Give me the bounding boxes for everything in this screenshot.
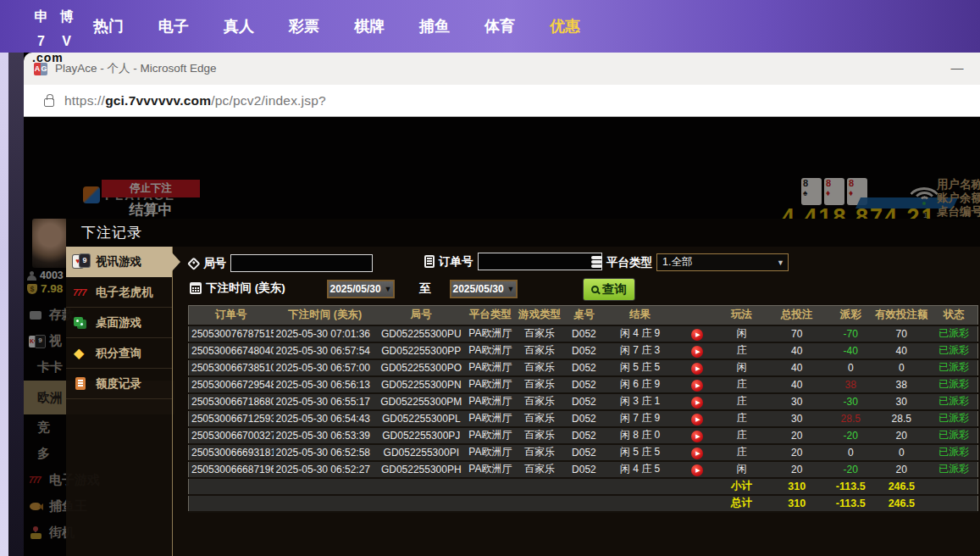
date-to-picker[interactable]: 2025/05/30 ▼ — [450, 280, 518, 298]
table-no-cell: D052 — [564, 461, 604, 478]
nav-item[interactable]: 彩票 — [289, 16, 319, 36]
play-icon[interactable]: ▶ — [691, 448, 703, 459]
bet-time-label: 下注时间 (美东) — [206, 281, 285, 296]
site-logo[interactable]: 申博7V .com — [30, 6, 79, 53]
valid-bet-cell: 38 — [872, 376, 930, 393]
table-no-cell: D052 — [564, 444, 604, 461]
table-row: 250530066729548 2025-05-30 06:56:13 GD05… — [189, 376, 978, 393]
play-icon[interactable]: ▶ — [691, 329, 703, 341]
time-cell: 2025-05-30 07:01:36 — [274, 325, 377, 342]
payout-cell: -40 — [828, 342, 872, 359]
table-header-cell: 总投注 — [765, 306, 828, 325]
result-cell: 闲 4 庄 5 — [604, 461, 676, 478]
bet-records-modal: 下注记录 视讯游戏 电子老虎机 桌面游戏 — [66, 219, 980, 556]
valid-bet-cell: 40 — [872, 342, 930, 359]
logo-tiles: 申博7V — [30, 6, 79, 53]
valid-bet-cell: 20 — [872, 427, 930, 444]
nav-item[interactable]: 体育 — [484, 16, 515, 36]
play-icon[interactable]: ▶ — [691, 380, 703, 392]
logo-suffix: .com — [32, 51, 64, 64]
table-header-cell: 桌号 — [564, 306, 604, 325]
status-cell: 已派彩 — [930, 427, 977, 444]
result-cell: 闲 5 庄 5 — [604, 444, 676, 461]
date-from-picker[interactable]: 2025/05/30 ▼ — [327, 280, 395, 298]
play-type-cell: 庄 — [718, 410, 765, 427]
order-cell: 250530066718680 — [189, 393, 274, 410]
play-icon[interactable]: ▶ — [691, 414, 703, 425]
table-row: 250530066748040 2025-05-30 06:57:54 GD05… — [189, 342, 978, 359]
nav-item[interactable]: 捕鱼 — [419, 16, 450, 36]
platform-label: 平台类型 — [606, 255, 652, 270]
game-cell: 百家乐 — [515, 342, 564, 359]
valid-bet-cell: 30 — [872, 393, 930, 410]
valid-bet-cell: 20 — [872, 461, 930, 478]
order-cell: 250530076787515 — [189, 325, 274, 342]
play-icon[interactable]: ▶ — [691, 397, 703, 409]
play-icon[interactable]: ▶ — [691, 464, 703, 476]
nav-item[interactable]: 电子 — [158, 16, 189, 36]
filters: 局号 订单号 平台类型 1.全部 — [188, 247, 978, 304]
nav-item[interactable]: 棋牌 — [354, 16, 385, 36]
payout-cell: 38 — [828, 376, 872, 393]
modal-menu-item[interactable]: 桌面游戏 — [66, 308, 172, 338]
table-no-cell: D052 — [564, 427, 604, 444]
payout-cell: -20 — [828, 461, 872, 478]
modal-menu-item[interactable]: 积分查询 — [66, 338, 172, 369]
nav-item[interactable]: 真人 — [224, 16, 254, 36]
round-cell: GD052255300PP — [377, 342, 466, 359]
total-bet: 310 — [765, 495, 828, 512]
play-type-cell: 闲 — [718, 461, 765, 478]
replay-cell: ▶ — [676, 376, 718, 393]
platform-cell: PA欧洲厅 — [466, 393, 515, 410]
valid-bet-cell: 0 — [872, 359, 930, 376]
valid-bet-cell: 0 — [872, 444, 930, 461]
total-bet-cell: 30 — [765, 393, 828, 410]
modal-content: 局号 订单号 平台类型 1.全部 — [188, 247, 978, 556]
game-cell: 百家乐 — [515, 461, 564, 478]
table-no-cell: D052 — [564, 342, 604, 359]
time-cell: 2025-05-30 06:55:17 — [274, 393, 377, 410]
play-type-cell: 闲 — [718, 325, 765, 342]
play-icon[interactable]: ▶ — [691, 363, 703, 375]
modal-menu-item[interactable]: 额度记录 — [66, 369, 172, 399]
result-cell: 闲 7 庄 9 — [604, 410, 676, 427]
logo-tile: V — [55, 31, 78, 53]
game-cell: 百家乐 — [515, 427, 564, 444]
platform-icon — [591, 256, 602, 269]
nav-item[interactable]: 优惠 — [550, 16, 580, 36]
browser-urlbar[interactable]: https://gci.7vvvvvv.com/pc/pcv2/index.js… — [24, 85, 980, 117]
time-cell: 2025-05-30 06:57:54 — [274, 342, 377, 359]
order-cell: 250530066687196 — [189, 461, 274, 478]
logo-tile: 博 — [55, 6, 78, 28]
search-button[interactable]: 查询 — [583, 278, 635, 301]
minimize-button[interactable]: — — [948, 59, 966, 78]
replay-cell: ▶ — [676, 359, 718, 376]
order-cell: 250530066700327 — [189, 427, 274, 444]
play-icon[interactable]: ▶ — [691, 346, 703, 358]
time-cell: 2025-05-30 06:53:39 — [274, 427, 377, 444]
tag-icon — [187, 257, 201, 270]
status-cell: 已派彩 — [930, 342, 977, 359]
site-nav: 申博7V .com 热门电子真人彩票棋牌捕鱼体育优惠 — [0, 0, 980, 53]
round-input[interactable] — [230, 254, 373, 272]
chevron-down-icon: ▼ — [777, 255, 784, 271]
url-text[interactable]: https://gci.7vvvvvv.com/pc/pcv2/index.js… — [64, 93, 326, 108]
modal-menu-item[interactable]: 视讯游戏 — [66, 247, 172, 277]
order-input[interactable] — [478, 253, 602, 270]
play-icon[interactable]: ▶ — [691, 431, 703, 442]
browser-titlebar[interactable]: AG PlayAce - 个人 - Microsoft Edge — — [24, 53, 980, 85]
nav-item[interactable]: 热门 — [93, 16, 124, 36]
round-cell: GD052255300PO — [377, 359, 466, 376]
page-content: PLAYACE 停止下注 结算中 8♠8♦8♦ 4,418,874.21 13 … — [24, 117, 980, 556]
to-label: 至 — [419, 281, 431, 297]
order-label: 订单号 — [439, 254, 473, 270]
total-bet-cell: 20 — [765, 427, 828, 444]
platform-select[interactable]: 1.全部 ▼ — [656, 253, 789, 271]
desktop-background-strip — [0, 53, 24, 556]
replay-cell: ▶ — [676, 444, 718, 461]
modal-menu-item[interactable]: 电子老虎机 — [66, 277, 172, 308]
play-type-cell: 庄 — [718, 342, 765, 359]
time-cell: 2025-05-30 06:56:13 — [274, 376, 377, 393]
lock-icon — [44, 98, 54, 107]
status-cell: 已派彩 — [930, 461, 977, 478]
